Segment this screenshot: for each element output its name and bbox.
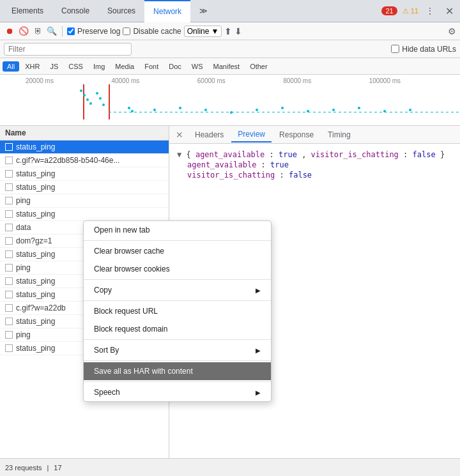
req-checkbox-6[interactable] — [5, 224, 13, 231]
type-filter-css[interactable]: CSS — [64, 61, 88, 72]
req-checkbox-9[interactable] — [5, 264, 13, 272]
type-filter-other[interactable]: Other — [245, 61, 272, 72]
settings-icon[interactable]: ⚙ — [448, 26, 456, 36]
tl-dot-12 — [204, 109, 207, 111]
export-har-button[interactable]: ⬇ — [234, 26, 242, 36]
request-row-2[interactable]: status_ping — [0, 167, 169, 181]
request-count: 23 requests — [5, 464, 42, 472]
cm-divider-2 — [84, 279, 271, 280]
request-row-3[interactable]: status_ping — [0, 181, 169, 194]
type-filter-manifest[interactable]: Manifest — [209, 61, 245, 72]
type-filter-img[interactable]: Img — [89, 61, 109, 72]
tl-dot-8 — [128, 107, 130, 109]
cm-divider-5 — [84, 360, 271, 361]
type-filter-font[interactable]: Font — [140, 61, 163, 72]
preview-line-2: visitor_is_chatting : false — [177, 171, 452, 180]
tab-sources[interactable]: Sources — [98, 0, 144, 22]
timeline-label-5: 100000 ms — [369, 77, 455, 84]
tl-dot-14 — [256, 109, 258, 111]
tl-dot-3 — [86, 98, 89, 101]
req-checkbox-12[interactable] — [5, 304, 13, 312]
cm-clear-browser-cookies[interactable]: Clear browser cookies — [84, 260, 271, 278]
tab-preview[interactable]: Preview — [231, 127, 272, 142]
req-checkbox-8[interactable] — [5, 250, 13, 258]
tab-timing[interactable]: Timing — [321, 128, 357, 142]
cm-copy[interactable]: Copy ▶ — [84, 281, 271, 299]
type-filter-ws[interactable]: WS — [187, 61, 208, 72]
req-checkbox-15[interactable] — [5, 344, 13, 352]
warn-count-badge: ⚠ 11 — [402, 7, 418, 15]
req-name-2: status_ping — [16, 169, 164, 178]
preserve-log-checkbox[interactable] — [67, 27, 75, 35]
close-devtools-icon[interactable]: ✕ — [441, 5, 457, 17]
toolbar-separator — [62, 26, 63, 36]
tl-dot-10 — [153, 109, 156, 111]
request-row-4[interactable]: ping — [0, 194, 169, 208]
clear-button[interactable]: 🚫 — [18, 26, 29, 37]
tab-elements[interactable]: Elements — [3, 0, 52, 22]
cm-copy-arrow: ▶ — [256, 287, 261, 294]
req-checkbox-7[interactable] — [5, 237, 13, 245]
cm-sort-by[interactable]: Sort By ▶ — [84, 341, 271, 359]
hide-data-urls-label[interactable]: Hide data URLs — [391, 45, 456, 54]
request-row-1[interactable]: c.gif?w=a22db858-b540-46e... — [0, 154, 169, 167]
req-checkbox-10[interactable] — [5, 277, 13, 285]
filter-icon[interactable]: ⛨ — [32, 26, 43, 37]
hide-data-urls-checkbox[interactable] — [391, 45, 399, 53]
record-button[interactable]: ⏺ — [4, 26, 15, 37]
disable-cache-checkbox[interactable] — [123, 27, 130, 35]
tl-dot-15 — [281, 107, 284, 109]
req-checkbox-3[interactable] — [5, 183, 13, 191]
type-filter-doc[interactable]: Doc — [164, 61, 186, 72]
main-area: Name status_ping c.gif?w=a22db858-b540-4… — [0, 126, 460, 458]
status-bar: 23 requests | 17 — [0, 458, 460, 476]
online-select[interactable]: Online ▼ — [184, 26, 222, 37]
req-checkbox-1[interactable] — [5, 157, 13, 164]
cm-open-new-tab[interactable]: Open in new tab — [84, 221, 271, 239]
tl-dot-1 — [80, 89, 82, 92]
req-checkbox-0[interactable] — [5, 143, 13, 151]
req-checkbox-11[interactable] — [5, 291, 13, 298]
req-checkbox-4[interactable] — [5, 197, 13, 204]
chevron-down-icon: ▼ — [211, 27, 218, 36]
type-filter-all[interactable]: All — [3, 61, 19, 72]
tab-console[interactable]: Console — [52, 0, 98, 22]
tab-network[interactable]: Network — [144, 0, 190, 22]
tab-bar-right: 21 ⚠ 11 ⋮ ✕ — [381, 4, 457, 17]
cm-speech[interactable]: Speech ▶ — [84, 383, 271, 401]
type-filter-row: All XHR JS CSS Img Media Font Doc WS Man… — [0, 58, 460, 75]
type-filter-xhr[interactable]: XHR — [20, 61, 44, 72]
close-preview-icon[interactable]: ✕ — [172, 130, 187, 140]
type-filter-media[interactable]: Media — [111, 61, 139, 72]
cm-sort-arrow: ▶ — [256, 347, 261, 354]
tl-dot-7 — [102, 104, 105, 106]
cm-block-request-domain[interactable]: Block request domain — [84, 320, 271, 338]
request-row-5[interactable]: status_ping — [0, 208, 169, 221]
timeline-chart — [26, 84, 460, 119]
req-checkbox-13[interactable] — [5, 318, 13, 325]
preview-line-brace: ▼ { agent_available : true , visitor_is_… — [177, 150, 452, 159]
cm-block-request-url[interactable]: Block request URL — [84, 302, 271, 320]
cm-divider-3 — [84, 300, 271, 301]
more-options-icon[interactable]: ⋮ — [424, 4, 436, 17]
preserve-log-label[interactable]: Preserve log — [67, 27, 120, 36]
type-filter-js[interactable]: JS — [45, 61, 63, 72]
cm-save-har[interactable]: Save all as HAR with content — [84, 362, 271, 380]
cm-clear-browser-cache[interactable]: Clear browser cache — [84, 242, 271, 260]
timeline-label-2: 40000 ms — [111, 77, 197, 84]
request-row-0[interactable]: status_ping — [0, 141, 169, 154]
req-name-5: status_ping — [16, 210, 164, 219]
tab-more[interactable]: ≫ — [190, 0, 217, 22]
timeline-labels: 20000 ms 40000 ms 60000 ms 80000 ms 1000… — [0, 75, 460, 84]
tab-response[interactable]: Response — [273, 128, 320, 142]
cm-divider-1 — [84, 240, 271, 241]
import-har-button[interactable]: ⬆ — [224, 26, 232, 36]
tab-headers[interactable]: Headers — [188, 128, 230, 142]
req-checkbox-5[interactable] — [5, 210, 13, 218]
req-name-4: ping — [16, 196, 164, 205]
req-checkbox-2[interactable] — [5, 170, 13, 178]
disable-cache-label[interactable]: Disable cache — [123, 27, 181, 36]
search-icon[interactable]: 🔍 — [46, 26, 57, 37]
req-checkbox-14[interactable] — [5, 331, 13, 339]
filter-input[interactable] — [4, 43, 132, 56]
